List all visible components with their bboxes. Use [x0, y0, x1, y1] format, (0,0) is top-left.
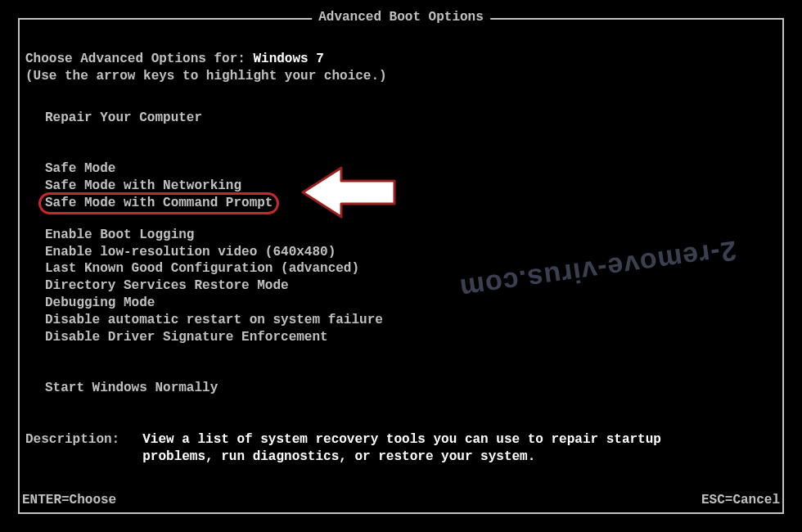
option-low-res-video[interactable]: Enable low-resolution video (640x480) — [45, 244, 336, 261]
option-debugging-mode[interactable]: Debugging Mode — [45, 295, 155, 312]
window-title: Advanced Boot Options — [312, 10, 490, 25]
choose-line: Choose Advanced Options for: Windows 7 — [22, 51, 780, 68]
footer-esc: ESC=Cancel — [701, 493, 780, 507]
option-safe-mode-command-prompt[interactable]: Safe Mode with Command Prompt — [45, 195, 273, 212]
option-safe-mode[interactable]: Safe Mode — [45, 160, 115, 178]
description-text: View a list of system recovery tools you… — [142, 431, 666, 466]
footer-enter: ENTER=Choose — [22, 493, 116, 507]
os-name: Windows 7 — [253, 52, 323, 66]
boot-options-frame: Advanced Boot Options Choose Advanced Op… — [18, 18, 784, 514]
option-disable-auto-restart[interactable]: Disable automatic restart on system fail… — [45, 312, 383, 329]
option-repair-your-computer[interactable]: Repair Your Computer — [45, 110, 202, 127]
choose-prefix: Choose Advanced Options for: — [25, 52, 253, 66]
option-directory-services-restore[interactable]: Directory Services Restore Mode — [45, 277, 289, 295]
description-block: Description: View a list of system recov… — [22, 431, 780, 466]
footer-bar: ENTER=Choose ESC=Cancel — [22, 493, 780, 507]
option-disable-driver-sig[interactable]: Disable Driver Signature Enforcement — [45, 329, 328, 346]
option-start-windows-normally[interactable]: Start Windows Normally — [45, 380, 218, 397]
option-safe-mode-networking[interactable]: Safe Mode with Networking — [45, 178, 241, 195]
option-last-known-good[interactable]: Last Known Good Configuration (advanced) — [45, 260, 359, 277]
option-enable-boot-logging[interactable]: Enable Boot Logging — [45, 227, 194, 244]
description-label: Description: — [25, 431, 119, 466]
arrow-hint: (Use the arrow keys to highlight your ch… — [22, 68, 780, 85]
